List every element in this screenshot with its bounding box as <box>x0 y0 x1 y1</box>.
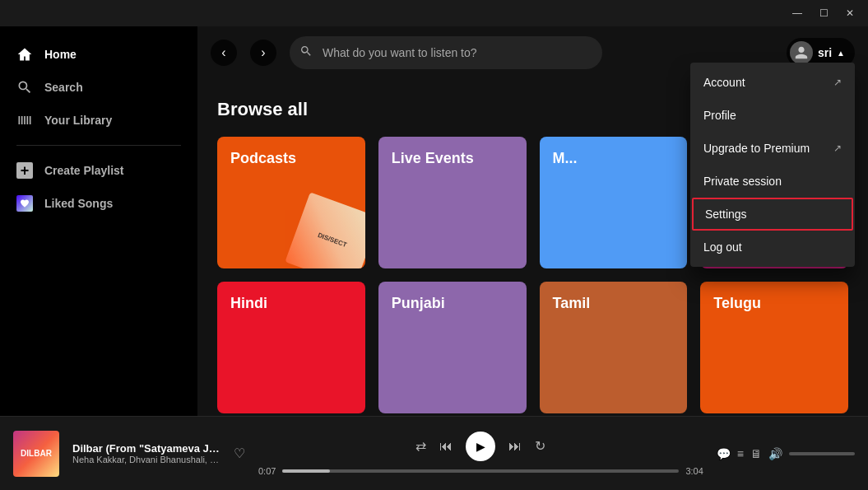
card-podcasts-label: Podcasts <box>230 150 296 167</box>
avatar <box>790 41 813 64</box>
search-label: Search <box>44 81 83 94</box>
logout-label: Log out <box>703 240 742 254</box>
plus-icon: + <box>16 162 33 179</box>
repeat-button[interactable]: ↻ <box>535 438 545 454</box>
dropdown-item-upgrade[interactable]: Upgrade to Premium ↗ <box>690 132 855 165</box>
upgrade-label: Upgrade to Premium <box>703 142 810 155</box>
search-bar <box>290 36 602 69</box>
external-link-icon-upgrade: ↗ <box>833 142 842 154</box>
player-thumb-inner: DILBAR <box>13 431 59 477</box>
progress-bar[interactable] <box>282 469 679 473</box>
settings-label: Settings <box>705 208 747 221</box>
podcasts-art: DIS/SECT <box>285 192 365 268</box>
chevron-up-icon: ▲ <box>837 49 845 58</box>
lyrics-button[interactable]: 💬 <box>717 447 731 460</box>
card-punjabi[interactable]: Punjabi <box>378 282 527 413</box>
back-button[interactable]: ‹ <box>211 40 237 66</box>
private-session-label: Private session <box>703 175 782 188</box>
library-label: Your Library <box>44 114 112 127</box>
dropdown-item-account[interactable]: Account ↗ <box>690 66 855 99</box>
card-punjabi-label: Punjabi <box>392 295 445 312</box>
liked-songs-icon <box>16 195 33 212</box>
dropdown-item-logout[interactable]: Log out <box>690 231 855 264</box>
like-button[interactable]: ♡ <box>234 446 245 461</box>
liked-songs-label: Liked Songs <box>44 197 113 210</box>
profile-label: Profile <box>703 109 736 122</box>
progress-fill <box>282 469 330 473</box>
player-thumbnail: DILBAR <box>13 431 59 477</box>
account-label: Account <box>703 76 745 89</box>
search-bar-icon <box>299 44 313 61</box>
dropdown-item-settings[interactable]: Settings <box>692 198 853 231</box>
player-track-info: Dilbar (From "Satyameva Jayate") Neha Ka… <box>72 442 220 464</box>
volume-button[interactable]: 🔊 <box>768 447 782 460</box>
player-right: 💬 ≡ 🖥 🔊 <box>717 447 855 460</box>
sidebar: Home Search Your Library + Create Playli… <box>0 26 197 416</box>
title-bar: — ☐ ✕ <box>0 0 868 26</box>
previous-button[interactable]: ⏮ <box>439 439 453 454</box>
next-button[interactable]: ⏭ <box>508 439 522 454</box>
card-tamil[interactable]: Tamil <box>540 282 688 413</box>
card-podcasts[interactable]: Podcasts DIS/SECT <box>217 137 365 268</box>
card-live-events[interactable]: Live Events <box>378 137 527 268</box>
library-icon <box>16 112 33 128</box>
player-buttons: ⇄ ⏮ ▶ ⏭ ↻ <box>415 432 545 461</box>
maximize-button[interactable]: ☐ <box>812 5 835 21</box>
player-controls: ⇄ ⏮ ▶ ⏭ ↻ 0:07 3:04 <box>258 432 703 476</box>
shuffle-button[interactable]: ⇄ <box>415 438 426 454</box>
search-icon <box>16 79 33 96</box>
card-mixed-label: M... <box>553 150 578 167</box>
dropdown-item-profile[interactable]: Profile <box>690 99 855 132</box>
device-button[interactable]: 🖥 <box>750 447 762 460</box>
player-track-artist: Neha Kakkar, Dhvani Bhanushali, Ikka, T.… <box>72 455 220 464</box>
sidebar-item-home[interactable]: Home <box>7 40 191 69</box>
create-playlist-label: Create Playlist <box>44 164 124 177</box>
dropdown-menu: Account ↗ Profile Upgrade to Premium ↗ P… <box>690 63 855 267</box>
volume-bar[interactable] <box>789 452 855 455</box>
minimize-button[interactable]: — <box>786 5 809 21</box>
card-mixed[interactable]: M... <box>540 137 688 268</box>
sidebar-item-library[interactable]: Your Library <box>7 105 191 135</box>
card-hindi[interactable]: Hindi <box>217 282 365 413</box>
external-link-icon-account: ↗ <box>833 77 842 88</box>
dropdown-item-private-session[interactable]: Private session <box>690 165 855 198</box>
play-pause-button[interactable]: ▶ <box>466 432 495 461</box>
current-time: 0:07 <box>258 466 276 476</box>
card-tamil-label: Tamil <box>553 295 591 312</box>
card-telugu[interactable]: Telugu <box>700 282 848 413</box>
sidebar-item-search[interactable]: Search <box>7 72 191 102</box>
card-hindi-label: Hindi <box>230 295 267 312</box>
sidebar-item-create-playlist[interactable]: + Create Playlist <box>7 156 191 185</box>
card-telugu-label: Telugu <box>713 295 761 312</box>
username-label: sri <box>818 46 832 59</box>
home-label: Home <box>44 48 77 61</box>
card-live-events-label: Live Events <box>392 150 474 167</box>
player-track-name: Dilbar (From "Satyameva Jayate") <box>72 442 220 455</box>
queue-button[interactable]: ≡ <box>737 447 744 460</box>
close-button[interactable]: ✕ <box>838 5 861 21</box>
home-icon <box>16 46 33 63</box>
total-time: 3:04 <box>685 466 703 476</box>
forward-button[interactable]: › <box>250 40 276 66</box>
search-input[interactable] <box>290 36 602 69</box>
sidebar-divider <box>16 145 181 146</box>
player-bar: DILBAR Dilbar (From "Satyameva Jayate") … <box>0 416 868 490</box>
progress-bar-wrap: 0:07 3:04 <box>258 466 703 476</box>
sidebar-item-liked-songs[interactable]: Liked Songs <box>7 189 191 218</box>
